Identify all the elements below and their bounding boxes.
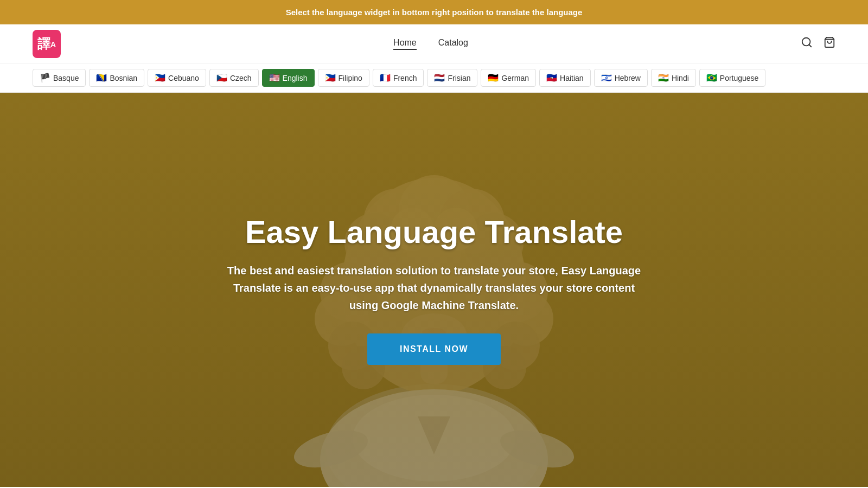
lang-label-hindi: Hindi [672, 74, 689, 82]
flag-icon-filipino: 🇵🇭 [325, 73, 336, 83]
search-button[interactable] [801, 36, 813, 51]
lang-label-english: English [283, 74, 308, 82]
lang-label-basque: Basque [53, 74, 79, 82]
lang-label-bosnian: Bosnian [110, 74, 137, 82]
lang-btn-hindi[interactable]: 🇮🇳Hindi [651, 69, 696, 87]
flag-icon-english: 🇺🇸 [269, 73, 280, 83]
lang-label-portuguese: Portuguese [720, 74, 759, 82]
cart-button[interactable] [824, 36, 835, 51]
lang-btn-english[interactable]: 🇺🇸English [262, 69, 315, 87]
flag-icon-frisian: 🇳🇱 [434, 73, 445, 83]
flag-icon-hebrew: 🇮🇱 [601, 73, 612, 83]
flag-icon-cebuano: 🇵🇭 [155, 73, 165, 83]
hero-section: Easy Language Translate The best and eas… [0, 93, 868, 487]
install-now-button[interactable]: INSTALL NOW [367, 333, 501, 365]
flag-icon-basque: 🏴 [40, 73, 50, 83]
lang-btn-frisian[interactable]: 🇳🇱Frisian [427, 69, 477, 87]
banner-text: Select the language widget in bottom rig… [286, 8, 583, 17]
hero-title: Easy Language Translate [225, 215, 643, 249]
main-nav: Home Catalog [61, 38, 801, 50]
lang-btn-czech[interactable]: 🇨🇿Czech [209, 69, 259, 87]
lang-label-french: French [393, 74, 417, 82]
flag-icon-bosnian: 🇧🇦 [96, 73, 107, 83]
flag-icon-portuguese: 🇧🇷 [706, 73, 717, 83]
top-banner: Select the language widget in bottom rig… [0, 0, 868, 24]
lang-label-filipino: Filipino [339, 74, 362, 82]
logo: 譯A [33, 30, 61, 58]
nav-catalog[interactable]: Catalog [438, 38, 468, 50]
lang-label-german: German [501, 74, 529, 82]
header: 譯A Home Catalog [0, 24, 868, 63]
nav-home[interactable]: Home [393, 38, 417, 50]
lang-label-czech: Czech [230, 74, 252, 82]
flag-icon-german: 🇩🇪 [488, 73, 499, 83]
lang-label-haitian: Haitian [560, 74, 584, 82]
flag-icon-french: 🇫🇷 [380, 73, 391, 83]
lang-btn-hebrew[interactable]: 🇮🇱Hebrew [594, 69, 648, 87]
lang-label-hebrew: Hebrew [615, 74, 641, 82]
svg-line-1 [809, 44, 811, 47]
lang-btn-german[interactable]: 🇩🇪German [481, 69, 536, 87]
lang-btn-cebuano[interactable]: 🇵🇭Cebuano [148, 69, 206, 87]
lang-label-frisian: Frisian [448, 74, 470, 82]
flag-icon-haitian: 🇭🇹 [546, 73, 557, 83]
hero-content: Easy Language Translate The best and eas… [203, 215, 665, 365]
lang-btn-haitian[interactable]: 🇭🇹Haitian [539, 69, 591, 87]
search-icon [801, 36, 813, 48]
logo-icon: 譯A [37, 37, 56, 50]
cart-icon [824, 36, 835, 48]
lang-btn-french[interactable]: 🇫🇷French [373, 69, 424, 87]
lang-btn-portuguese[interactable]: 🇧🇷Portuguese [699, 69, 766, 87]
lang-btn-filipino[interactable]: 🇵🇭Filipino [318, 69, 369, 87]
flag-icon-hindi: 🇮🇳 [658, 73, 669, 83]
flag-icon-czech: 🇨🇿 [216, 73, 227, 83]
lang-btn-bosnian[interactable]: 🇧🇦Bosnian [89, 69, 144, 87]
header-actions [801, 36, 835, 51]
hero-subtitle: The best and easiest translation solutio… [225, 262, 643, 314]
lang-btn-basque[interactable]: 🏴Basque [33, 69, 86, 87]
lang-label-cebuano: Cebuano [168, 74, 199, 82]
language-bar: 🏴Basque🇧🇦Bosnian🇵🇭Cebuano🇨🇿Czech🇺🇸Englis… [0, 63, 868, 93]
